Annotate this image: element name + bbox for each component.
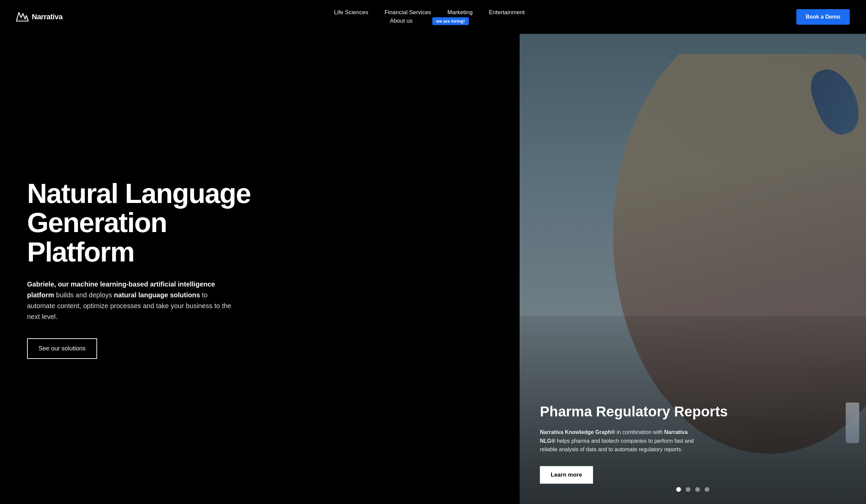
nav-links: Life Sciences Financial Services Marketi…	[63, 9, 796, 25]
hero-desc-bold2: natural language solutions	[114, 291, 200, 299]
slide-description: Narrativa Knowledge Graph® in combinatio…	[540, 428, 696, 454]
hero-title: Natural Language Generation Platform	[27, 179, 264, 266]
hero-slider: Pharma Regulatory Reports Narrativa Know…	[520, 34, 866, 504]
brand-name: Narrativa	[32, 12, 63, 21]
navbar: Narrativa Life Sciences Financial Servic…	[0, 0, 866, 34]
see-solutions-button[interactable]: See our solutions	[27, 338, 97, 359]
book-demo-button[interactable]: Book a Demo	[796, 9, 850, 25]
dot-2[interactable]	[686, 487, 690, 492]
slide-desc-text2: helps pharma and biotech companies to pe…	[540, 438, 694, 452]
hero-desc-text1: builds and deploys	[54, 291, 114, 299]
dot-3[interactable]	[695, 487, 700, 492]
slide-content: Pharma Regulatory Reports Narrativa Know…	[520, 34, 866, 504]
nav-row2: About us we are hiring!	[390, 17, 469, 25]
hiring-badge[interactable]: we are hiring!	[432, 17, 469, 25]
nav-entertainment[interactable]: Entertainment	[489, 9, 525, 16]
slide-desc-text1: in combination with	[615, 429, 664, 435]
learn-more-button[interactable]: Learn more	[540, 466, 593, 484]
dot-1[interactable]	[676, 487, 681, 492]
svg-rect-1	[16, 20, 29, 22]
dot-4[interactable]	[704, 487, 709, 492]
brand-logo[interactable]: Narrativa	[16, 12, 63, 22]
slide-title: Pharma Regulatory Reports	[540, 404, 846, 420]
nav-financial-services[interactable]: Financial Services	[385, 9, 431, 16]
hero-left: Natural Language Generation Platform Gab…	[0, 34, 520, 504]
slider-dots	[676, 487, 709, 492]
hero-description: Gabriele, our machine learning-based art…	[27, 279, 237, 322]
nav-row1: Life Sciences Financial Services Marketi…	[334, 9, 525, 16]
hero-section: Natural Language Generation Platform Gab…	[0, 0, 866, 504]
nav-marketing[interactable]: Marketing	[447, 9, 473, 16]
brand-logo-icon	[16, 12, 29, 22]
nav-life-sciences[interactable]: Life Sciences	[334, 9, 368, 16]
nav-about-us[interactable]: About us	[390, 18, 413, 24]
slide-desc-bold1: Narrativa Knowledge Graph®	[540, 429, 615, 435]
hero-content: Natural Language Generation Platform Gab…	[27, 179, 264, 359]
